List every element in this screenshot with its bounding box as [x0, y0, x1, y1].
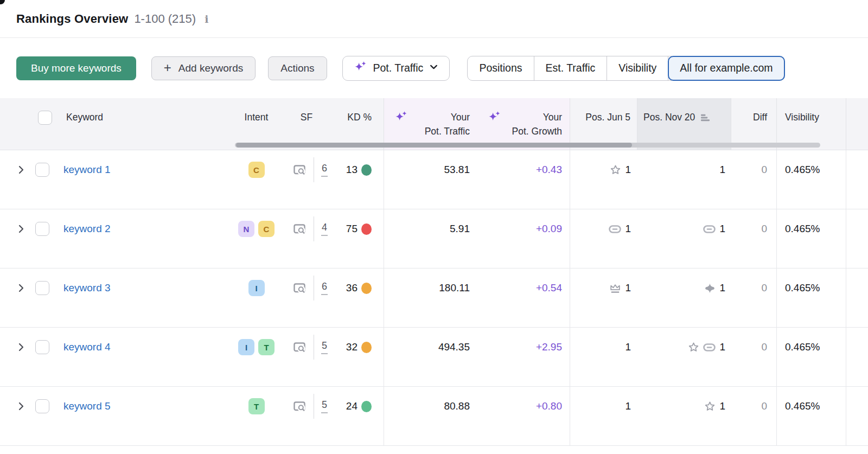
divider	[314, 335, 314, 360]
keyword-link[interactable]: keyword 3	[63, 282, 111, 294]
diff-value: 0	[761, 341, 767, 353]
table-row: keyword 5 T 5 24 80.88 +0.80 1 1 0 0.465…	[0, 387, 868, 446]
plus-icon: +	[164, 61, 171, 74]
expand-chevron-icon[interactable]	[16, 283, 26, 293]
column-header-filler	[846, 98, 868, 150]
visibility-value: 0.465%	[785, 400, 820, 412]
position-value: 1	[625, 400, 631, 412]
position-value: 1	[719, 400, 725, 412]
expand-chevron-icon[interactable]	[16, 401, 26, 411]
link-icon	[609, 225, 621, 233]
link-icon	[703, 225, 716, 233]
pot-growth-value: +2.95	[536, 341, 562, 353]
column-header-pos-jun5[interactable]: Pos. Jun 5	[570, 98, 637, 150]
column-header-diff[interactable]: Diff	[731, 98, 777, 150]
kd-dot	[361, 283, 372, 294]
intent-badge-C: C	[248, 162, 265, 178]
segment-all-for-domain[interactable]: All for example.com	[668, 56, 784, 81]
visibility-value: 0.465%	[785, 282, 820, 294]
column-header-visibility[interactable]: Visibility	[777, 98, 846, 150]
row-checkbox[interactable]	[35, 399, 49, 413]
pot-traffic-value: 494.35	[438, 341, 470, 353]
star-icon	[704, 401, 716, 412]
visibility-value: 0.465%	[785, 164, 820, 176]
keyword-link[interactable]: keyword 2	[63, 223, 111, 235]
title-bar: Rankings Overview 1-100 (215) i	[0, 0, 868, 38]
sparkles-icon	[354, 60, 367, 76]
keyword-link[interactable]: keyword 1	[63, 164, 111, 176]
star-icon	[610, 164, 621, 176]
pot-traffic-value: 80.88	[444, 400, 470, 412]
actions-button[interactable]: Actions	[268, 56, 327, 80]
sort-descending-icon	[700, 112, 711, 126]
serp-features-icon[interactable]	[292, 162, 307, 177]
row-checkbox[interactable]	[35, 340, 49, 354]
column-header-pot-growth[interactable]: YourPot. Growth	[477, 98, 570, 150]
intent-badge-C: C	[258, 221, 275, 237]
column-header-pos-nov20[interactable]: Pos. Nov 20	[637, 98, 731, 150]
result-range: 1-100 (215)	[134, 12, 196, 26]
column-header-kd[interactable]: KD %	[334, 98, 384, 150]
serp-features-icon[interactable]	[292, 221, 307, 236]
pot-traffic-value: 5.91	[450, 223, 470, 235]
column-header-keyword[interactable]: Keyword	[0, 98, 233, 150]
keyword-link[interactable]: keyword 5	[63, 400, 111, 412]
sf-count[interactable]: 4	[321, 222, 328, 236]
sf-count[interactable]: 5	[321, 340, 328, 354]
kd-value: 13	[346, 164, 358, 176]
add-keywords-button[interactable]: + Add keywords	[151, 56, 256, 80]
diff-value: 0	[761, 223, 767, 235]
diff-value: 0	[761, 164, 767, 176]
segment-est-traffic[interactable]: Est. Traffic	[534, 56, 608, 80]
pot-growth-value: +0.09	[536, 223, 562, 235]
serp-features-icon[interactable]	[292, 399, 307, 414]
sf-count[interactable]: 6	[321, 281, 328, 295]
page-title: Rankings Overview	[16, 12, 128, 26]
divider	[314, 276, 314, 300]
divider	[314, 157, 314, 182]
ai-overview-icon	[704, 283, 716, 294]
kd-dot	[361, 223, 372, 235]
divider	[314, 394, 314, 419]
rankings-table: Keyword Intent SF KD % YourPot. Traffic …	[0, 98, 868, 446]
info-icon[interactable]: i	[205, 13, 208, 25]
expand-chevron-icon[interactable]	[16, 342, 26, 352]
select-all-checkbox[interactable]	[38, 111, 52, 125]
buy-more-keywords-button[interactable]: Buy more keywords	[16, 56, 136, 80]
kd-value: 75	[346, 223, 358, 235]
sf-count[interactable]: 6	[321, 163, 328, 177]
row-checkbox[interactable]	[35, 281, 49, 295]
link-icon	[703, 343, 716, 351]
segment-positions[interactable]: Positions	[468, 56, 534, 80]
sf-count[interactable]: 5	[321, 399, 328, 413]
segment-visibility[interactable]: Visibility	[607, 56, 668, 80]
position-value: 1	[719, 282, 725, 294]
metric-dropdown[interactable]: Pot. Traffic	[342, 56, 450, 81]
column-header-pot-traffic[interactable]: YourPot. Traffic	[384, 98, 477, 150]
diff-value: 0	[761, 282, 767, 294]
position-value: 1	[625, 164, 631, 176]
view-segmented-control: Positions Est. Traffic Visibility All fo…	[467, 56, 784, 81]
intent-badge-T: T	[248, 398, 265, 414]
intent-badge-I: I	[248, 280, 265, 296]
column-header-sf[interactable]: SF	[279, 98, 334, 150]
expand-chevron-icon[interactable]	[16, 165, 26, 175]
position-value: 1	[719, 223, 725, 235]
table-body: keyword 1 C 6 13 53.81 +0.43 1 1 0 0.465…	[0, 150, 868, 446]
serp-features-icon[interactable]	[292, 340, 307, 355]
keyword-link[interactable]: keyword 4	[63, 341, 111, 353]
expand-chevron-icon[interactable]	[16, 224, 26, 234]
crown-icon	[609, 283, 621, 294]
position-value: 1	[625, 223, 631, 235]
table-row: keyword 4 IT 5 32 494.35 +2.95 1 1 0 0.4…	[0, 328, 868, 387]
intent-badge-N: N	[238, 221, 254, 237]
row-checkbox[interactable]	[35, 222, 49, 236]
row-checkbox[interactable]	[35, 163, 49, 177]
toolbar: Buy more keywords + Add keywords Actions…	[0, 38, 868, 98]
column-header-intent[interactable]: Intent	[233, 98, 279, 150]
horizontal-scrollbar-thumb[interactable]	[236, 143, 632, 148]
table-row: keyword 2 NC 4 75 5.91 +0.09 1 1 0 0.465…	[0, 209, 868, 268]
star-icon	[688, 342, 699, 353]
kd-dot	[361, 342, 372, 353]
serp-features-icon[interactable]	[292, 280, 307, 296]
